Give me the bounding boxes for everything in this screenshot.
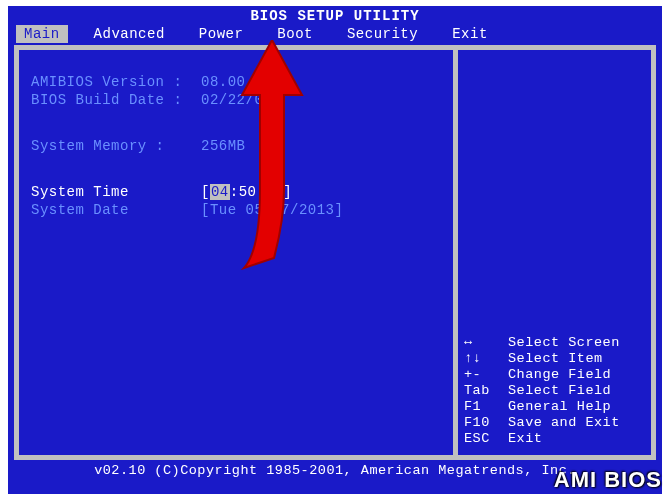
panel-right: ↔Select Screen ↑↓Select Item +-Change Fi…: [458, 45, 656, 460]
system-time-label: System Time: [31, 184, 201, 200]
help-row: F10Save and Exit: [464, 415, 645, 430]
menu-power[interactable]: Power: [191, 25, 252, 43]
help-row: F1General Help: [464, 399, 645, 414]
menu-main[interactable]: Main: [16, 25, 68, 43]
menu-boot[interactable]: Boot: [269, 25, 321, 43]
row-system-date[interactable]: System Date [Tue 05/07/2013]: [31, 202, 441, 218]
amibios-version-label: AMIBIOS Version :: [31, 74, 201, 90]
system-time-value[interactable]: [04:50:44]: [201, 184, 292, 200]
amibios-version-value: 08.00.02: [201, 74, 272, 90]
system-memory-value: 256MB: [201, 138, 246, 154]
system-date-label: System Date: [31, 202, 201, 218]
help-list: ↔Select Screen ↑↓Select Item +-Change Fi…: [464, 334, 645, 447]
row-system-time[interactable]: System Time [04:50:44]: [31, 184, 441, 200]
menu-bar: Main Advanced Power Boot Security Exit: [8, 25, 662, 45]
system-time-hour[interactable]: 04: [210, 184, 230, 200]
menu-security[interactable]: Security: [339, 25, 426, 43]
row-bios-build-date: BIOS Build Date : 02/22/06: [31, 92, 441, 108]
row-system-memory: System Memory : 256MB: [31, 138, 441, 154]
bios-build-date-label: BIOS Build Date :: [31, 92, 201, 108]
panel-left: AMIBIOS Version : 08.00.02 BIOS Build Da…: [14, 45, 458, 460]
system-memory-label: System Memory :: [31, 138, 201, 154]
bios-screen: BIOS SETUP UTILITY Main Advanced Power B…: [8, 6, 662, 494]
menu-exit[interactable]: Exit: [444, 25, 496, 43]
panels: AMIBIOS Version : 08.00.02 BIOS Build Da…: [8, 45, 662, 460]
system-date-value[interactable]: [Tue 05/07/2013]: [201, 202, 343, 218]
watermark: AMI BIOS: [554, 467, 662, 493]
bios-build-date-value: 02/22/06: [201, 92, 272, 108]
help-row: ↔Select Screen: [464, 335, 645, 350]
menu-advanced[interactable]: Advanced: [86, 25, 173, 43]
help-row: ESCExit: [464, 431, 645, 446]
system-time-sec[interactable]: 44: [265, 184, 283, 200]
title-bar: BIOS SETUP UTILITY: [8, 6, 662, 25]
help-row: ↑↓Select Item: [464, 351, 645, 366]
system-time-min[interactable]: 50: [239, 184, 257, 200]
help-row: +-Change Field: [464, 367, 645, 382]
row-amibios-version: AMIBIOS Version : 08.00.02: [31, 74, 441, 90]
help-row: TabSelect Field: [464, 383, 645, 398]
